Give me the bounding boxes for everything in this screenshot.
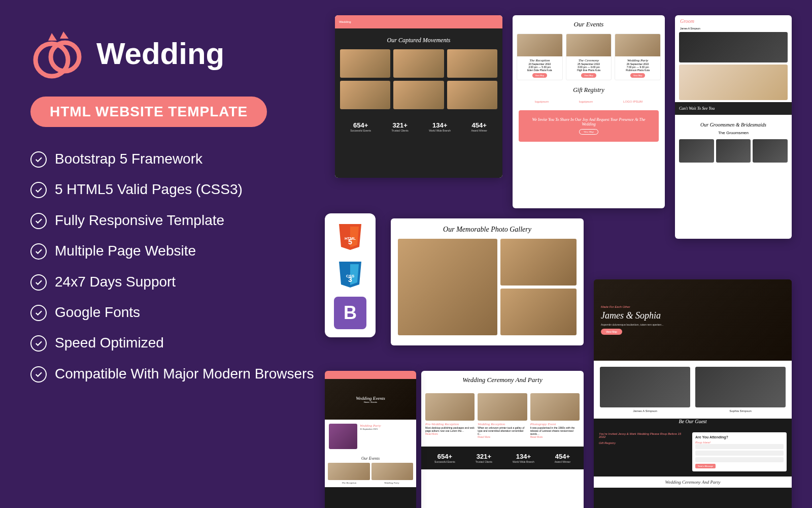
template-preview-moments: Wedding Our Captured Movements 654+Succe… xyxy=(335,15,502,178)
tech-stack-badges: HTML5 CSS3 B xyxy=(325,213,376,337)
feature-item: 24x7 Days Support xyxy=(30,273,315,291)
check-icon xyxy=(30,243,47,260)
css3-icon: CSS3 xyxy=(335,259,365,290)
feature-item: Multiple Page Website xyxy=(30,242,315,260)
template-preview-groom: Groom James A Simpson Can't Wait To See … xyxy=(675,15,792,239)
svg-text:5: 5 xyxy=(348,238,352,246)
check-icon xyxy=(30,213,47,229)
html5-icon: HTML5 xyxy=(335,221,365,252)
check-icon xyxy=(30,335,47,352)
check-icon xyxy=(30,274,47,291)
feature-item: 5 HTML5 Valid Pages (CSS3) xyxy=(30,180,315,199)
feature-item: Fully Responsive Template xyxy=(30,211,315,230)
template-preview-events: Our Events The Reception23 September 202… xyxy=(513,15,665,208)
feature-item: Compatible With Major Modern Browsers xyxy=(30,365,315,383)
check-icon xyxy=(30,182,47,198)
bootstrap-icon: B xyxy=(334,297,366,329)
feature-item: Google Fonts xyxy=(30,303,315,322)
check-icon xyxy=(30,151,47,168)
template-preview-events-page: Wedding EventsHome / Events Wedding Part… xyxy=(325,371,416,508)
logo: Wedding xyxy=(30,25,315,81)
template-preview-ceremony: Wedding Ceremony And Party Pre-Wedding R… xyxy=(421,371,584,508)
template-preview-gallery: Our Memorable Photo Gallery xyxy=(391,218,584,345)
template-preview-homepage: Made For Each Other James & Sophia Asper… xyxy=(594,279,792,508)
feature-item: Speed Optimized xyxy=(30,334,315,352)
feature-item: Bootstrap 5 Framework xyxy=(30,150,315,168)
check-icon xyxy=(30,305,47,321)
svg-text:3: 3 xyxy=(348,275,352,283)
feature-list: Bootstrap 5 Framework 5 HTML5 Valid Page… xyxy=(30,150,315,383)
template-type-badge: HTML WEBSITE TEMPLATE xyxy=(30,97,267,127)
check-icon xyxy=(30,366,47,383)
logo-text: Wedding xyxy=(96,36,224,71)
wedding-rings-icon xyxy=(30,25,86,81)
